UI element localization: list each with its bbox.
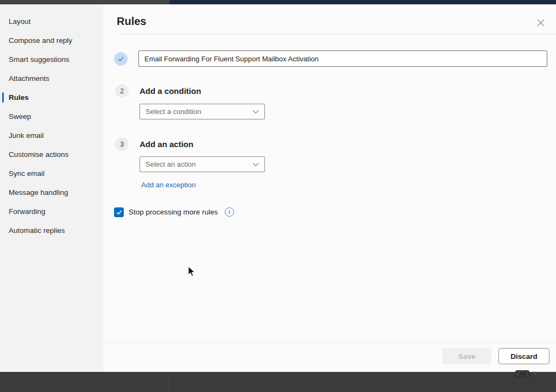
header-divider (117, 34, 556, 34)
sidebar-item-sync-email[interactable]: Sync email (0, 164, 103, 183)
sidebar-item-label: Attachments (9, 74, 49, 83)
sidebar-item-label: Forwarding (9, 207, 46, 216)
sidebar-item-junk-email[interactable]: Junk email (0, 126, 103, 145)
sidebar-item-label: Layout (9, 17, 31, 26)
sidebar-item-automatic-replies[interactable]: Automatic replies (0, 221, 103, 240)
chevron-down-icon (252, 110, 259, 114)
chevron-down-icon (252, 162, 259, 167)
step-number: 2 (120, 87, 124, 95)
footer-divider (103, 342, 556, 343)
sidebar-item-label: Junk email (9, 131, 44, 140)
close-icon (537, 19, 545, 27)
condition-select[interactable]: Select a condition (140, 104, 265, 119)
ad-badge: Ad (515, 370, 529, 377)
active-indicator-bar (2, 92, 4, 103)
sidebar-item-sweep[interactable]: Sweep (0, 107, 103, 126)
sidebar-item-compose-and-reply[interactable]: Compose and reply (0, 31, 103, 50)
rule-name-input[interactable] (138, 50, 547, 67)
rules-settings-panel: Rules 2 Add a condition Select a conditi… (103, 4, 556, 372)
sidebar-item-customise-actions[interactable]: Customise actions (0, 145, 103, 164)
pen-icon: ✎ (533, 370, 538, 377)
step-number: 3 (120, 140, 124, 148)
action-select[interactable]: Select an action (140, 156, 265, 172)
settings-sidebar: Layout Compose and reply Smart suggestio… (0, 4, 103, 372)
add-exception-link[interactable]: Add an exception (141, 181, 195, 189)
background-content-band: Ad ✎ (0, 372, 556, 392)
sidebar-item-label: Compose and reply (9, 36, 72, 45)
page-title: Rules (117, 15, 146, 28)
add-action-label: Add an action (140, 140, 193, 149)
sidebar-item-label: Automatic replies (9, 226, 65, 235)
sidebar-item-label: Sweep (9, 112, 31, 121)
stop-processing-label: Stop processing more rules (129, 208, 218, 216)
action-select-placeholder: Select an action (146, 160, 196, 168)
save-button[interactable]: Save (443, 348, 491, 364)
sidebar-item-attachments[interactable]: Attachments (0, 69, 103, 88)
discard-button[interactable]: Discard (498, 348, 549, 364)
step-1-complete-badge (114, 52, 128, 66)
sidebar-item-label: Message handling (9, 188, 68, 197)
add-condition-label: Add a condition (140, 86, 201, 96)
checkmark-icon (116, 210, 122, 216)
sidebar-item-label: Sync email (9, 169, 45, 178)
sidebar-item-layout[interactable]: Layout (0, 12, 103, 31)
sidebar-item-label: Customise actions (9, 150, 68, 159)
top-strip-right (169, 0, 556, 4)
top-chrome-strip (0, 0, 556, 4)
sidebar-item-rules[interactable]: Rules (0, 88, 103, 107)
stop-processing-checkbox[interactable] (114, 207, 124, 217)
top-strip-left (0, 0, 169, 4)
step-2-badge: 2 (115, 84, 129, 98)
checkmark-icon (117, 55, 124, 62)
background-seam (168, 372, 169, 392)
sidebar-item-message-handling[interactable]: Message handling (0, 183, 103, 202)
close-button[interactable] (535, 17, 546, 28)
step-3-badge: 3 (115, 137, 129, 151)
info-icon[interactable]: i (225, 207, 234, 217)
sidebar-item-label: Rules (9, 93, 29, 102)
sidebar-item-smart-suggestions[interactable]: Smart suggestions (0, 50, 103, 69)
sidebar-item-label: Smart suggestions (9, 55, 70, 64)
condition-select-placeholder: Select a condition (146, 108, 201, 116)
sidebar-item-forwarding[interactable]: Forwarding (0, 202, 103, 221)
